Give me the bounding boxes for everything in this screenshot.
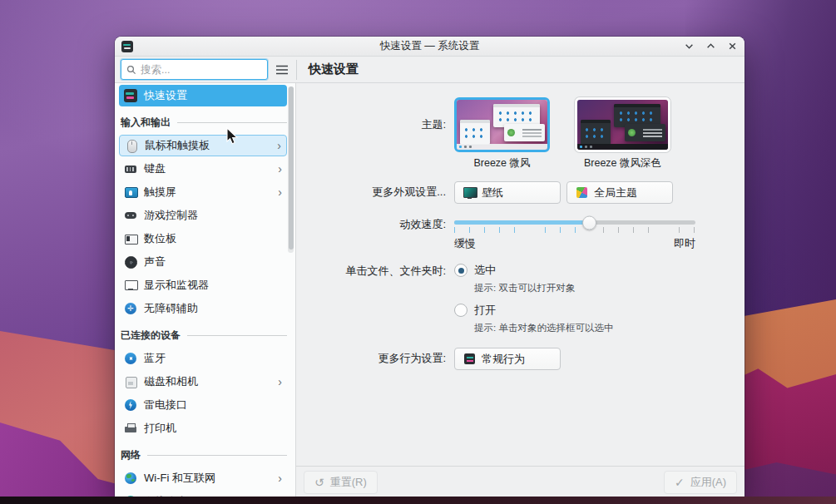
theme-caption: Breeze 微风深色 [584,156,661,170]
bluetooth-icon [124,352,137,365]
click-behavior-label: 单击文件、文件夹时: [296,263,454,279]
general-behavior-button[interactable]: 常规行为 [454,348,561,370]
display-icon [124,279,137,292]
appearance-row: 更多外观设置... 壁纸 全局主题 [296,181,744,204]
accessibility-icon [124,302,137,315]
sidebar-item-label: 无障碍辅助 [144,301,198,316]
sidebar-item-drawing-tablet[interactable]: 数位板 [119,228,287,250]
mouse-icon [125,139,138,152]
radio-option-open[interactable]: 打开 [454,303,613,318]
radio-hint: 提示: 单击对象的选择框可以选中 [474,322,613,334]
click-behavior-row: 单击文件、文件夹时: 选中 提示: 双击可以打开对象 打开 提示: [296,263,744,339]
minimize-button[interactable] [683,41,695,52]
keyboard-icon [124,162,137,175]
theme-preview-breeze-light[interactable] [454,97,550,152]
animation-speed-slider[interactable] [454,220,695,225]
sidebar-section-input-output: 输入和输出 [119,116,287,130]
slider-ticks [454,227,695,233]
chevron-right-icon [278,376,282,388]
sidebar-item-label: 蓝牙 [144,351,166,366]
sidebar-item-label: 鼠标和触摸板 [145,138,210,153]
reset-button[interactable]: ↺ 重置(R) [304,471,378,494]
screen-bottom-edge [0,497,836,504]
sidebar-item-sound[interactable]: 声音 [119,251,287,273]
chevron-right-icon [277,140,281,151]
theme-caption: Breeze 微风 [473,156,530,170]
sidebar-item-label: 数位板 [144,231,176,246]
sidebar-item-quick-settings[interactable]: 快速设置 [119,85,287,106]
sidebar-section-connected-devices: 已连接的设备 [119,329,287,343]
thunderbolt-icon [124,398,137,412]
slider-max-label: 即时 [674,236,695,251]
touchscreen-icon [124,185,137,199]
sidebar-item-game-controller[interactable]: 游戏控制器 [119,205,287,226]
search-box[interactable] [121,59,268,80]
sidebar-item-label: 打印机 [144,421,176,436]
theme-row: 主题: Breeze 微风 [296,97,744,170]
footer-bar: ↺ 重置(R) ✓ 应用(A) [296,466,744,497]
scrollbar-thumb[interactable] [289,86,294,250]
sidebar-section-network: 网络 [119,448,287,462]
maximize-button[interactable] [705,41,716,52]
appearance-label: 更多外观设置... [296,181,454,200]
radio-hint: 提示: 双击可以打开对象 [474,282,613,294]
sidebar-item-mouse-touchpad[interactable]: 鼠标和触摸板 [119,135,287,156]
wifi-globe-icon [124,472,137,485]
window-title: 快速设置 — 系统设置 [115,39,744,53]
sidebar-item-thunderbolt[interactable]: 雷电接口 [119,394,287,416]
sidebar-scrollbar[interactable] [288,86,294,253]
theme-option-breeze[interactable]: Breeze 微风 [454,97,550,170]
page-title: 快速设置 [309,62,359,77]
slider-handle[interactable] [582,215,596,230]
sidebar-item-disks-cameras[interactable]: 磁盘和相机 [119,371,287,393]
search-icon [126,65,136,75]
main-panel: 主题: Breeze 微风 [296,83,744,497]
wallpaper-icon [463,186,476,199]
sidebar-item-label: Wi-Fi 和互联网 [144,471,215,486]
sidebar-item-label: 声音 [144,254,166,269]
sidebar-item-label: 触摸屏 [144,185,176,200]
sidebar-item-wifi-internet[interactable]: Wi-Fi 和互联网 [119,467,287,489]
chevron-right-icon [278,163,282,175]
close-button[interactable] [726,41,738,52]
radio-option-select[interactable]: 选中 [454,263,613,278]
radio-button-checked[interactable] [454,264,467,277]
behavior-icon [463,353,476,365]
hamburger-menu-button[interactable] [273,61,291,79]
search-input[interactable] [141,64,262,76]
animation-speed-row: 动效速度: 缓慢 [296,214,744,251]
printer-icon [124,422,137,435]
sidebar-item-label: 快速设置 [144,88,187,103]
global-theme-icon [576,186,588,199]
sidebar-item-touchscreen[interactable]: 触摸屏 [119,181,287,203]
mouse-cursor [226,127,240,146]
system-settings-window: 快速设置 — 系统设置 [115,37,744,497]
sound-icon [124,255,137,269]
sidebar-item-display-monitor[interactable]: 显示和监视器 [119,274,287,296]
quick-settings-icon [124,89,137,102]
sidebar-item-label: 显示和监视器 [144,278,209,293]
header-toolbar: 快速设置 [115,57,744,83]
sidebar-item-label: 键盘 [144,161,166,176]
toolbar-divider [296,60,297,80]
sidebar-item-label: 磁盘和相机 [144,374,198,389]
slider-fill [454,220,589,225]
sidebar-item-printers[interactable]: 打印机 [119,418,287,439]
sidebar-item-label: 游戏控制器 [144,208,198,223]
wallpaper-button[interactable]: 壁纸 [454,181,561,204]
chevron-right-icon [278,472,282,484]
chevron-right-icon [278,186,282,198]
theme-option-breeze-dark[interactable]: Breeze 微风深色 [575,97,670,170]
theme-preview-breeze-dark[interactable] [575,97,670,152]
sidebar-item-keyboard[interactable]: 键盘 [119,158,287,180]
titlebar[interactable]: 快速设置 — 系统设置 [115,37,744,57]
apply-button[interactable]: ✓ 应用(A) [664,471,737,494]
drawing-tablet-icon [124,232,137,245]
sidebar-item-accessibility[interactable]: 无障碍辅助 [119,298,287,319]
behavior-settings-row: 更多行为设置: 常规行为 [296,348,744,370]
global-theme-button[interactable]: 全局主题 [566,181,673,204]
radio-button-unchecked[interactable] [454,304,467,317]
sidebar-item-bluetooth[interactable]: 蓝牙 [119,348,287,369]
sidebar-item-label: 雷电接口 [144,398,187,413]
reset-icon: ↺ [314,476,324,489]
